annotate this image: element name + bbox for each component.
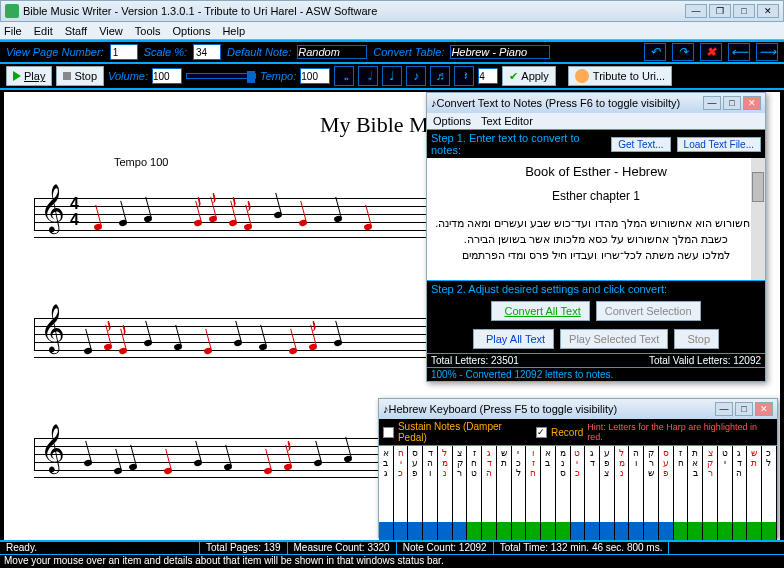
redo-button[interactable]: ↷ [672,43,694,61]
convert-titlebar[interactable]: ♪ Convert Text to Notes (Press F6 to tog… [427,93,765,113]
note-half-button[interactable]: 𝅗𝅥 [358,66,378,86]
volume-input[interactable] [152,68,182,84]
tribute-button[interactable]: Tribute to Uri... [568,66,672,86]
step2-bar: Step 2. Adjust desired settings and clic… [427,280,765,297]
scale-label: Scale %: [144,46,187,58]
stop-button[interactable]: Stop [56,66,104,86]
maximize-button[interactable]: □ [733,4,755,18]
treble-clef-icon: 𝄞 [40,184,65,232]
delete-button[interactable]: ✖ [700,43,722,61]
keyboard-key[interactable]: ש ת [747,446,762,522]
main-titlebar: Bible Music Writer - Version 1.3.0.1 - T… [0,0,784,22]
close-button[interactable]: ✕ [755,402,773,416]
keyboard-titlebar[interactable]: ♪ Hebrew Keyboard (Press F5 to toggle vi… [379,399,777,419]
menu-staff[interactable]: Staff [65,25,87,37]
menu-file[interactable]: File [4,25,22,37]
note-count-input[interactable] [478,68,498,84]
default-note-label: Default Note: [227,46,291,58]
convert-title: Convert Text to Notes (Press F6 to toggl… [437,97,702,109]
keyboard-key[interactable]: ח י כ [394,446,409,522]
convert-table-select[interactable]: Hebrew - Piano [450,45,550,59]
minimize-button[interactable]: — [703,96,721,110]
restore-button[interactable]: ❐ [709,4,731,18]
keyboard-key[interactable]: א ב [541,446,556,522]
page-input[interactable] [110,44,138,60]
next-button[interactable]: ⟶ [756,43,778,61]
volume-slider[interactable] [186,73,256,79]
status-ready: Ready. [0,542,200,554]
load-file-button[interactable]: Load Text File... [677,137,761,152]
note-rest-button[interactable]: 𝄽 [454,66,474,86]
note-eighth-button[interactable]: ♪ [406,66,426,86]
close-button[interactable]: ✕ [743,96,761,110]
keyboard-key[interactable]: ו ז ח [526,446,541,522]
keyboard-key[interactable]: צ ק ר [453,446,468,522]
keyboard-key[interactable]: ל מ נ [438,446,453,522]
get-text-button[interactable]: Get Text... [611,137,670,152]
note-sixteenth-button[interactable]: ♬ [430,66,450,86]
close-button[interactable]: ✕ [757,4,779,18]
undo-button[interactable]: ↶ [644,43,666,61]
play-all-button[interactable]: Play All Text [473,329,554,349]
keyboard-key[interactable]: ז ח [674,446,689,522]
maximize-button[interactable]: □ [735,402,753,416]
keyboard-key[interactable]: ד ה ו [423,446,438,522]
color-cell [703,522,718,542]
tempo-input[interactable] [300,68,330,84]
scrollbar[interactable] [751,158,765,280]
keyboard-key[interactable]: כ ל [762,446,777,522]
note-quarter-button[interactable]: ♩ [382,66,402,86]
menu-text-editor[interactable]: Text Editor [481,115,533,127]
menu-help[interactable]: Help [222,25,245,37]
keyboard-key[interactable]: ט י [718,446,733,522]
record-checkbox[interactable] [536,427,547,438]
color-cell [585,522,600,542]
status-pages: Total Pages: 139 [200,542,288,554]
keyboard-key[interactable]: ת א ב [688,446,703,522]
scale-input[interactable] [193,44,221,60]
keyboard-key[interactable]: ה ו [629,446,644,522]
keyboard-key[interactable]: ק ר ש [644,446,659,522]
keyboard-key[interactable]: א ב ג [379,446,394,522]
keyboard-key[interactable]: ס ע פ [659,446,674,522]
keyboard-key[interactable]: ש ת [497,446,512,522]
keyboard-key[interactable]: ז ח ט [467,446,482,522]
minimize-button[interactable]: — [715,402,733,416]
sustain-checkbox[interactable] [383,427,394,438]
apply-button[interactable]: ✔Apply [502,66,556,86]
prev-button[interactable]: ⟵ [728,43,750,61]
keyboard-key[interactable]: ג ד ה [733,446,748,522]
minimize-button[interactable]: — [685,4,707,18]
keyboard-key[interactable]: צ ק ר [703,446,718,522]
play-icon [13,71,21,81]
color-cell [688,522,703,542]
keyboard-key[interactable]: ל מ נ [615,446,630,522]
text-input-area[interactable]: Book of Esther - Hebrew Esther chapter 1… [427,158,765,280]
menu-options[interactable]: Options [172,25,210,37]
stop-button[interactable]: Stop [674,329,719,349]
keyboard-key[interactable]: ס ע פ [408,446,423,522]
play-selected-button[interactable]: Play Selected Text [560,329,668,349]
keyboard-key[interactable]: ע פ צ [600,446,615,522]
menu-edit[interactable]: Edit [34,25,53,37]
convert-all-button[interactable]: Convert All Text [491,301,589,321]
menu-tools[interactable]: Tools [135,25,161,37]
color-cell [467,522,482,542]
keyboard-key[interactable]: מ נ ס [556,446,571,522]
total-letters: Total Letters: 23501 [431,355,649,366]
keyboard-key[interactable]: י כ ל [512,446,527,522]
note-whole-button[interactable]: 𝅝 [334,66,354,86]
keyboard-key[interactable]: ט י כ [571,446,586,522]
doc-title: Book of Esther - Hebrew [433,164,759,179]
menu-options[interactable]: Options [433,115,471,127]
menu-view[interactable]: View [99,25,123,37]
maximize-button[interactable]: □ [723,96,741,110]
step2-label: Step 2. Adjust desired settings and clic… [431,283,667,295]
stop-icon [63,72,71,80]
play-button[interactable]: Play [6,66,52,86]
convert-selection-button[interactable]: Convert Selection [596,301,701,321]
color-cell [674,522,689,542]
keyboard-key[interactable]: ג ד ה [482,446,497,522]
keyboard-key[interactable]: ג ד [585,446,600,522]
default-note-select[interactable]: Random [297,45,367,59]
